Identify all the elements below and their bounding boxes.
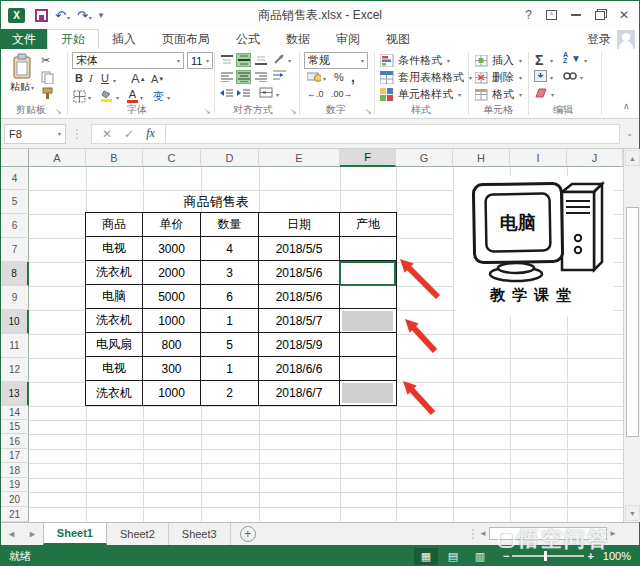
autosum-icon[interactable]: Σ (535, 52, 543, 68)
table-cell[interactable]: 4 (201, 237, 259, 261)
col-header-i[interactable]: I (510, 149, 567, 167)
paste-button[interactable]: 粘贴▾ (7, 53, 37, 94)
row-header-13[interactable]: 13 (1, 382, 29, 406)
table-cell[interactable] (340, 333, 396, 357)
table-cell[interactable] (340, 357, 396, 381)
customize-qat-icon[interactable]: ▾ (99, 10, 104, 20)
table-cell[interactable]: 电脑 (86, 285, 143, 309)
font-dialog-launcher-icon[interactable]: ↘ (204, 107, 211, 116)
comma-style-icon[interactable]: , (351, 69, 355, 85)
row-header-11[interactable]: 11 (1, 334, 29, 358)
row-header-9[interactable]: 9 (1, 286, 29, 310)
table-header-cell[interactable]: 日期 (259, 213, 340, 237)
number-dialog-launcher-icon[interactable]: ↘ (365, 107, 372, 116)
row-header-21[interactable]: 21 (1, 507, 29, 522)
row-header-20[interactable]: 20 (1, 492, 29, 507)
borders-icon[interactable] (73, 90, 86, 103)
table-cell[interactable]: 1 (201, 357, 259, 381)
table-cell[interactable]: 800 (143, 333, 201, 357)
col-header-g[interactable]: G (396, 149, 453, 167)
increase-indent-icon[interactable] (236, 87, 251, 101)
middle-align-icon[interactable] (236, 53, 251, 67)
decrease-indent-icon[interactable] (219, 87, 234, 101)
conditional-formatting-button[interactable]: 条件格式▾ (380, 53, 450, 68)
fill-color-icon[interactable] (101, 90, 114, 102)
table-cell[interactable]: 洗衣机 (86, 309, 143, 333)
excel-app-icon[interactable]: X (8, 8, 25, 23)
redo-button[interactable]: ↷▾ (77, 8, 92, 23)
row-header-4[interactable]: 4 (1, 167, 29, 190)
font-color-icon[interactable]: A (127, 88, 138, 103)
sort-filter-dropdown-icon[interactable]: ▾ (584, 57, 587, 64)
table-header-cell[interactable]: 产地 (340, 213, 396, 237)
tab-formulas[interactable]: 公式 (223, 29, 273, 49)
tab-insert[interactable]: 插入 (99, 29, 149, 49)
scroll-down-icon[interactable]: ▼ (625, 505, 640, 521)
table-cell[interactable]: 3000 (143, 237, 201, 261)
row-header-15[interactable]: 15 (1, 420, 29, 434)
font-size-select[interactable]: 11▾ (187, 52, 213, 69)
bottom-align-icon[interactable] (253, 53, 268, 67)
row-header-18[interactable]: 18 (1, 463, 29, 478)
zoom-slider-thumb[interactable] (544, 551, 547, 561)
orientation-icon[interactable] (273, 53, 286, 65)
help-button[interactable]: ? (525, 8, 532, 22)
tab-data[interactable]: 数据 (273, 29, 323, 49)
col-header-a[interactable]: A (29, 149, 86, 167)
phonetic-dropdown-icon[interactable]: ▾ (167, 94, 170, 101)
formula-input[interactable] (166, 124, 621, 144)
col-header-c[interactable]: C (143, 149, 201, 167)
tab-file[interactable]: 文件 (1, 29, 47, 49)
row-header-19[interactable]: 19 (1, 478, 29, 492)
table-cell[interactable]: 2018/5/6 (259, 285, 340, 309)
row-header-14[interactable]: 14 (1, 406, 29, 420)
selected-cell-f10[interactable] (342, 311, 393, 331)
table-cell[interactable]: 洗衣机 (86, 261, 143, 285)
col-header-f[interactable]: F (340, 149, 396, 167)
row-header-8[interactable]: 8 (1, 262, 29, 286)
row-header-16[interactable]: 16 (1, 434, 29, 449)
cell-styles-button[interactable]: 单元格样式▾ (380, 87, 461, 102)
table-cell[interactable] (340, 237, 396, 261)
tab-home[interactable]: 开始 (47, 29, 99, 49)
row-header-17[interactable]: 17 (1, 449, 29, 463)
page-layout-view-icon[interactable]: ▤ (441, 548, 465, 565)
clipboard-dialog-launcher-icon[interactable]: ↘ (55, 107, 62, 116)
row-header-12[interactable]: 12 (1, 358, 29, 382)
zoom-in-icon[interactable]: + (587, 550, 593, 562)
align-right-icon[interactable] (253, 70, 268, 84)
orientation-dropdown-icon[interactable]: ▾ (288, 57, 291, 64)
wrap-text-icon[interactable] (273, 70, 286, 80)
zoom-slider[interactable] (512, 555, 584, 557)
align-left-icon[interactable] (219, 70, 234, 84)
sheet-nav-right-icon[interactable]: ► (22, 523, 43, 545)
format-painter-icon[interactable] (41, 87, 54, 100)
col-header-b[interactable]: B (86, 149, 143, 167)
delete-cells-button[interactable]: 删除▾ (475, 70, 522, 85)
zoom-level[interactable]: 100% (603, 550, 631, 562)
col-header-e[interactable]: E (259, 149, 340, 167)
format-cells-button[interactable]: 格式▾ (475, 87, 522, 102)
close-button[interactable]: ✕ (619, 8, 629, 22)
scroll-left-icon[interactable]: ◄ (479, 529, 487, 538)
sheet-tab-1[interactable]: Sheet1 (43, 523, 107, 545)
accounting-format-icon[interactable] (307, 71, 321, 82)
table-cell[interactable]: 电风扇 (86, 333, 143, 357)
table-cell[interactable]: 5 (201, 333, 259, 357)
insert-function-icon[interactable]: fx (146, 126, 155, 141)
selected-cell-f13[interactable] (342, 383, 393, 403)
fill-dropdown-icon[interactable]: ▾ (550, 74, 553, 81)
table-cell[interactable]: 2018/5/5 (259, 237, 340, 261)
vertical-scroll-thumb[interactable] (626, 207, 639, 437)
bold-button[interactable]: B (75, 72, 83, 84)
table-cell[interactable] (340, 285, 396, 309)
table-cell[interactable]: 300 (143, 357, 201, 381)
tab-review[interactable]: 审阅 (323, 29, 373, 49)
add-sheet-icon[interactable]: + (240, 526, 256, 542)
decrease-decimal-icon[interactable]: .00→ (331, 89, 353, 99)
find-dropdown-icon[interactable]: ▾ (580, 74, 583, 81)
table-cell[interactable]: 1000 (143, 309, 201, 333)
expand-formula-bar-icon[interactable]: ⌄ (620, 129, 639, 138)
borders-dropdown-icon[interactable]: ▾ (88, 94, 91, 101)
page-break-view-icon[interactable]: ▥ (468, 548, 492, 565)
